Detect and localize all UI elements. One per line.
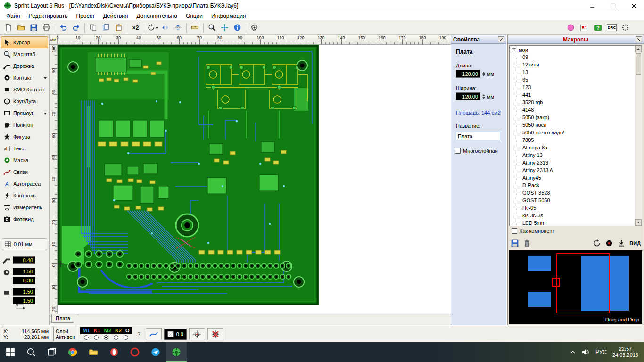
scroll-thumb[interactable] xyxy=(636,53,641,75)
language-indicator[interactable]: РУС xyxy=(595,349,607,355)
tool-text-ab[interactable]: abТекст xyxy=(1,142,48,154)
layer-m1-label[interactable]: M1 xyxy=(83,328,90,333)
macro-item[interactable]: Attiny 2313 A xyxy=(510,166,635,174)
layer-o-label[interactable]: O xyxy=(125,328,130,333)
macro-item[interactable]: 5050 то что надо! xyxy=(510,129,635,136)
board-name-input[interactable] xyxy=(456,132,500,140)
mask-pink-button[interactable] xyxy=(564,22,577,33)
macro-item[interactable]: 5050 (закр) xyxy=(510,114,635,121)
macro-item[interactable]: 13 xyxy=(510,68,635,76)
tool-mask-pad[interactable]: Маска xyxy=(1,154,48,166)
layer-m2-label[interactable]: M2 xyxy=(104,328,111,333)
duplicate-button[interactable] xyxy=(99,22,112,33)
layer-m2-radio[interactable] xyxy=(104,335,108,340)
printer-button[interactable] xyxy=(40,22,53,33)
macro-item[interactable]: 65 xyxy=(510,76,635,83)
rotate-button[interactable] xyxy=(146,22,159,33)
copy-pages-button[interactable] xyxy=(87,22,99,33)
macro-item[interactable]: 441 xyxy=(510,91,635,99)
view-download-icon[interactable] xyxy=(617,239,626,247)
layer-m1-radio[interactable] xyxy=(84,335,89,340)
opera-browser-2-button[interactable] xyxy=(124,342,145,362)
crosshair-on-button[interactable] xyxy=(189,328,205,340)
messenger-blue-button[interactable] xyxy=(145,342,166,362)
tool-rect-outline[interactable]: Прямоуг. xyxy=(1,107,48,119)
macro-scrollbar[interactable] xyxy=(635,46,642,226)
gear-dotted-button[interactable] xyxy=(248,22,261,33)
info-circle-button[interactable] xyxy=(231,22,244,33)
tool-measure-caliper[interactable]: Измеритель xyxy=(1,201,48,213)
scroll-down-icon[interactable] xyxy=(635,219,642,226)
open-folder-button[interactable] xyxy=(15,22,27,33)
tool-cursor-arrow[interactable]: Курсор xyxy=(1,36,48,48)
search-loupe-button[interactable] xyxy=(21,342,41,362)
macro-item[interactable]: 123 xyxy=(510,83,635,91)
macro-item[interactable]: Attiny45 xyxy=(510,174,635,181)
macros-close-button[interactable] xyxy=(636,36,642,42)
canvas-content[interactable] xyxy=(58,45,451,314)
layer-k1-label[interactable]: K1 xyxy=(94,328,100,333)
scroll-up-icon[interactable] xyxy=(635,46,642,52)
macro-item[interactable]: kis 3r33s xyxy=(510,212,635,219)
macro-item[interactable]: 09 xyxy=(510,53,635,61)
macro-item[interactable]: GOST 3528 xyxy=(510,189,635,197)
layer-k2-radio[interactable] xyxy=(114,335,118,340)
collapse-icon[interactable]: − xyxy=(512,48,516,52)
minimize-button[interactable] xyxy=(582,0,603,11)
center-crosshair-button[interactable] xyxy=(218,22,231,33)
tray-expand-icon[interactable] xyxy=(570,349,576,355)
help-button[interactable]: ? xyxy=(135,329,143,339)
macro-item[interactable]: Atmega 8a xyxy=(510,144,635,151)
menu-item-4[interactable]: Дополнительно xyxy=(132,12,182,20)
macro-item[interactable]: Attiny 13 xyxy=(510,151,635,159)
help-badge-button[interactable]: ? xyxy=(592,22,604,33)
align-ruler-button[interactable] xyxy=(189,22,201,33)
menu-item-0[interactable]: Файл xyxy=(2,12,25,20)
tool-polygon-shape[interactable]: Полигон xyxy=(1,119,48,131)
layer-o-radio[interactable] xyxy=(124,335,128,340)
as-component-checkbox[interactable] xyxy=(512,228,517,234)
sprint-layout-active-button[interactable] xyxy=(166,342,187,362)
macro-item[interactable]: GOST 5050 xyxy=(510,197,635,204)
board-tab[interactable]: Плата xyxy=(51,314,78,323)
macro-item[interactable]: 7805 xyxy=(510,136,635,144)
volume-icon[interactable] xyxy=(581,349,590,355)
file-explorer-button[interactable] xyxy=(83,342,104,362)
footprint-dots-button[interactable] xyxy=(619,22,632,33)
record-icon[interactable] xyxy=(605,239,613,247)
task-view-button[interactable] xyxy=(41,342,62,362)
component-badge-button[interactable]: R1 xyxy=(578,22,591,33)
tool-photo-camera[interactable]: Фотовид xyxy=(1,213,48,225)
length-input[interactable]: 120.00 xyxy=(456,70,480,78)
tool-track-line[interactable]: Дорожка xyxy=(1,60,48,72)
opera-browser-button[interactable] xyxy=(104,342,124,362)
layer-k1-radio[interactable] xyxy=(94,335,99,340)
tool-pad-circle[interactable]: Контакт xyxy=(1,72,48,83)
chrome-browser-button[interactable] xyxy=(62,342,83,362)
macro-preview[interactable]: Drag and Drop xyxy=(509,250,642,324)
width-input[interactable]: 120.00 xyxy=(456,92,480,100)
grid-button[interactable]: 0,01 мм xyxy=(2,238,47,250)
scale-x2-button[interactable]: ×2 xyxy=(129,22,142,33)
mirror-horizontal-button[interactable] xyxy=(159,22,172,33)
tool-circle-outline[interactable]: Круг/Дуга xyxy=(1,95,48,107)
menu-item-6[interactable]: Информация xyxy=(207,12,250,20)
mirror-vertical-button[interactable] xyxy=(172,22,184,33)
crosshair-off-button[interactable] xyxy=(207,328,223,340)
length-spinner[interactable] xyxy=(482,72,485,76)
clock[interactable]: 22:57 24.03.2016 xyxy=(612,346,638,358)
drc-badge-button[interactable]: DRC xyxy=(605,22,618,33)
maximize-button[interactable] xyxy=(603,0,623,11)
macro-root-folder[interactable]: −мои xyxy=(510,46,635,53)
param-value-box[interactable]: 0.40 xyxy=(13,256,35,264)
layer-k2-label[interactable]: K2 xyxy=(115,328,122,333)
macro-item[interactable]: 5050 посл xyxy=(510,121,635,129)
param-value-box[interactable]: 0.30 xyxy=(13,277,35,284)
macro-item[interactable]: Hc-05 xyxy=(510,204,635,212)
menu-item-2[interactable]: Проект xyxy=(72,12,99,20)
menu-item-1[interactable]: Редактировать xyxy=(25,12,72,20)
close-button[interactable] xyxy=(623,0,644,11)
save-macro-icon[interactable] xyxy=(511,239,519,247)
save-floppy-button[interactable] xyxy=(27,22,40,33)
macro-item[interactable]: D-Pack xyxy=(510,181,635,189)
